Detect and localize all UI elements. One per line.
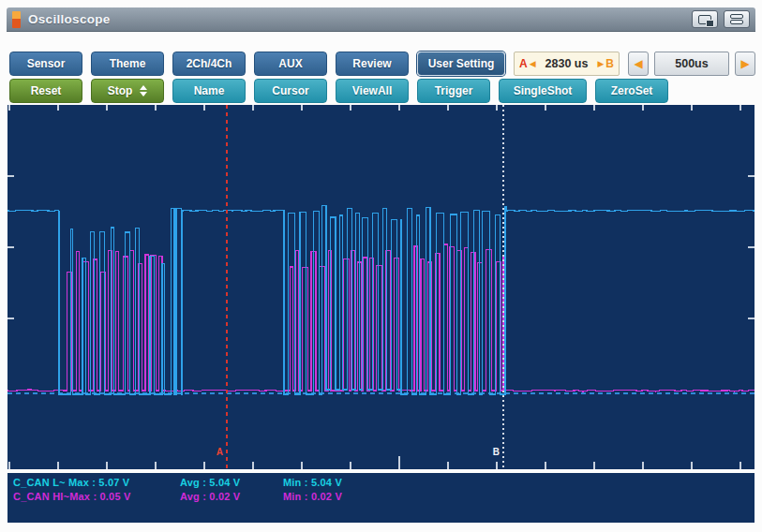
toolbar-button-cursor[interactable]: Cursor bbox=[254, 79, 327, 103]
timebase-decrease-button[interactable]: ◀ bbox=[628, 52, 649, 76]
button-label: Theme bbox=[110, 57, 146, 70]
toolbar-button-aux[interactable]: AUX bbox=[254, 52, 327, 76]
dual-display-icon bbox=[698, 15, 711, 24]
button-label: SingleShot bbox=[514, 84, 573, 97]
cursor-b[interactable]: B bbox=[493, 105, 503, 469]
left-arrow-icon: ◀ bbox=[634, 57, 642, 70]
window-title: Oscilloscope bbox=[28, 12, 111, 26]
button-label: Review bbox=[352, 57, 391, 70]
measurement-bar: C_CAN L~ Max : 5.07 VAvg : 5.04 VMin : 5… bbox=[7, 473, 755, 523]
toolbar-button-2ch-4ch[interactable]: 2Ch/4Ch bbox=[172, 52, 246, 76]
app-icon bbox=[12, 11, 21, 28]
save-button[interactable] bbox=[724, 10, 750, 28]
trace-c-can-l bbox=[7, 206, 755, 395]
toolbar-button-zeroset[interactable]: ZeroSet bbox=[595, 79, 668, 103]
toolbar-button-singleshot[interactable]: SingleShot bbox=[499, 79, 587, 103]
toolbar-button-user-setting[interactable]: User Setting bbox=[417, 52, 505, 76]
timebase-value: 500us bbox=[654, 52, 729, 76]
titlebar: Oscilloscope bbox=[7, 7, 755, 32]
cursor-a[interactable]: A bbox=[217, 105, 227, 469]
measurement-value: Avg : 0.02 V bbox=[180, 491, 240, 502]
cursor-interval-readout: A ◀ 2830 us ▶ B bbox=[514, 52, 620, 76]
toolbar-row-1: SensorTheme2Ch/4ChAUXReviewUser Setting … bbox=[7, 52, 755, 76]
toolbar-button-sensor[interactable]: Sensor bbox=[9, 52, 82, 76]
cursor-a-label[interactable]: A bbox=[519, 57, 528, 70]
waveform-display[interactable]: AB bbox=[7, 105, 755, 469]
button-label: Name bbox=[194, 84, 225, 97]
svg-text:A: A bbox=[217, 447, 223, 457]
cursor-b-right-arrow-icon[interactable]: ▶ bbox=[597, 59, 604, 68]
measurement-row: C_CAN L~ Max : 5.07 VAvg : 5.04 VMin : 5… bbox=[7, 477, 755, 491]
toolbar-button-reset[interactable]: Reset bbox=[9, 79, 82, 103]
titlebar-buttons bbox=[692, 10, 750, 28]
button-label: Sensor bbox=[27, 57, 66, 70]
button-label: Trigger bbox=[435, 84, 473, 97]
timebase-increase-button[interactable]: ▶ bbox=[735, 52, 755, 76]
toolbar-button-stop[interactable]: Stop bbox=[91, 79, 164, 103]
cursor-interval-value: 2830 us bbox=[538, 57, 596, 70]
trace-c-can-hi bbox=[7, 244, 755, 392]
button-label: ViewAll bbox=[352, 84, 392, 97]
button-label: 2Ch/4Ch bbox=[187, 57, 232, 70]
button-label: AUX bbox=[278, 57, 302, 70]
measurement-value: Avg : 5.04 V bbox=[180, 477, 240, 488]
measurement-value: C_CAN L~ Max : 5.07 V bbox=[13, 477, 129, 488]
button-label: User Setting bbox=[428, 57, 495, 70]
measurement-value: Min : 0.02 V bbox=[283, 491, 342, 502]
waveform-svg: AB bbox=[7, 105, 755, 469]
layout-button[interactable] bbox=[692, 10, 718, 28]
measurement-value: C_CAN HI~Max : 0.05 V bbox=[13, 491, 131, 502]
toolbar-row-2: ResetStopNameCursorViewAllTriggerSingleS… bbox=[7, 79, 755, 103]
ruler-ticks bbox=[7, 105, 755, 469]
button-label: Reset bbox=[31, 84, 62, 97]
cursor-a-left-arrow-icon[interactable]: ◀ bbox=[530, 59, 536, 68]
button-label: ZeroSet bbox=[611, 84, 653, 97]
toolbar-button-name[interactable]: Name bbox=[172, 79, 246, 103]
toolbar-button-theme[interactable]: Theme bbox=[91, 52, 164, 76]
measurement-value: Min : 5.04 V bbox=[283, 477, 342, 488]
oscilloscope-app: Oscilloscope SensorTheme2Ch/4ChAUXReview… bbox=[0, 0, 762, 532]
toolbar-button-review[interactable]: Review bbox=[336, 52, 409, 76]
toolbar: SensorTheme2Ch/4ChAUXReviewUser Setting … bbox=[7, 52, 755, 106]
toolbar-button-viewall[interactable]: ViewAll bbox=[336, 79, 409, 103]
measurement-row: C_CAN HI~Max : 0.05 VAvg : 0.02 VMin : 0… bbox=[7, 491, 755, 505]
toolbar-button-trigger[interactable]: Trigger bbox=[417, 79, 490, 103]
right-arrow-icon: ▶ bbox=[740, 57, 749, 70]
button-label: Cursor bbox=[272, 84, 308, 97]
cursor-b-label[interactable]: B bbox=[605, 57, 614, 70]
drive-icon bbox=[730, 14, 743, 24]
stepper-icon bbox=[140, 85, 147, 96]
button-label: Stop bbox=[108, 84, 133, 97]
svg-text:B: B bbox=[493, 447, 500, 457]
timebase-control: ◀ 500us ▶ bbox=[628, 52, 755, 76]
